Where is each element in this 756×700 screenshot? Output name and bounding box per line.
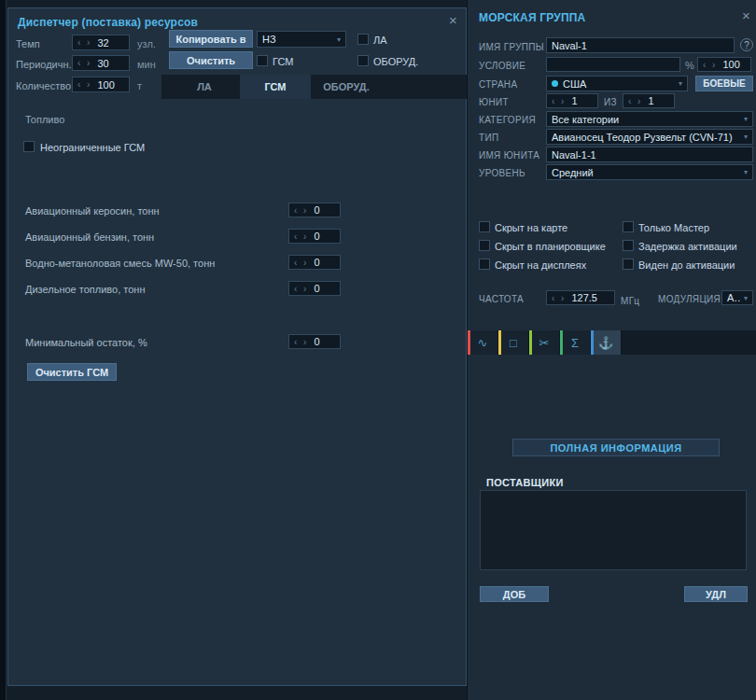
stepper-arrows-icon[interactable]: ‹ › <box>628 96 642 106</box>
min-remainder-label: Минимальный остаток, % <box>25 337 147 348</box>
copy-flag-la-checkbox[interactable] <box>357 34 369 45</box>
stepper-arrows-icon[interactable]: ‹ › <box>294 258 308 268</box>
dispatcher-tabstrip: ЛА ГСМ ОБОРУД. <box>161 75 467 99</box>
chevron-down-icon[interactable]: ▾ <box>744 168 748 176</box>
level-dropdown[interactable]: Средний ▾ <box>546 164 753 180</box>
clear-button[interactable]: Очистить <box>169 51 253 69</box>
country-color-dot <box>552 80 558 87</box>
chevron-down-icon[interactable]: ▾ <box>744 133 748 141</box>
route-tab-color-bar <box>468 330 470 355</box>
period-label: Периодичн. <box>16 59 72 70</box>
amount-label: Количество <box>16 80 71 91</box>
frame-icon: □ <box>510 336 517 350</box>
condition-amount: 100 <box>722 59 739 70</box>
unit-total-stepper[interactable]: ‹ › 1 <box>623 93 675 108</box>
tempo-value: 32 <box>97 37 108 49</box>
map-edge <box>0 0 7 700</box>
country-label: СТРАНА <box>479 79 517 90</box>
unlimited-fuel-checkbox[interactable] <box>23 141 35 152</box>
type-label: ТИП <box>479 133 498 143</box>
type-dropdown[interactable]: Авианосец Теодор Рузвельт (CVN-71) ▾ <box>546 129 753 145</box>
category-dropdown[interactable]: Все категории ▾ <box>546 111 753 127</box>
copy-flag-gsm-checkbox[interactable] <box>257 55 268 66</box>
stepper-arrows-icon[interactable]: ‹ › <box>552 293 566 303</box>
level-value: Средний <box>552 167 740 178</box>
flag-hidden-on-displays-checkbox[interactable] <box>479 259 490 270</box>
stepper-arrows-icon[interactable]: ‹ › <box>294 205 308 216</box>
chevron-down-icon[interactable]: ▾ <box>744 115 748 123</box>
frequency-value: 127.5 <box>571 292 597 303</box>
copy-to-button[interactable]: Копировать в <box>169 30 253 48</box>
tab-la[interactable]: ЛА <box>169 75 240 99</box>
stepper-arrows-icon[interactable]: ‹ › <box>77 79 91 90</box>
icon-tab-ship[interactable]: ⚓ <box>591 330 622 355</box>
flag-hidden-on-displays-label: Скрыт на дисплеях <box>495 259 586 271</box>
country-value: США <box>563 78 675 90</box>
stepper-arrows-icon[interactable]: ‹ › <box>294 337 308 347</box>
fuel-row-label: Дизельное топливо, тонн <box>25 284 145 295</box>
unlimited-fuel-label: Неограниченные ГСМ <box>40 142 145 153</box>
period-stepper[interactable]: ‹ › 30 <box>72 55 130 71</box>
tab-oborud[interactable]: ОБОРУД. <box>311 75 382 99</box>
tab-gsm[interactable]: ГСМ <box>240 75 311 99</box>
group-name-input[interactable] <box>546 37 735 53</box>
fuel-row-stepper[interactable]: ‹ › 0 <box>288 255 341 270</box>
fuel-row-stepper[interactable]: ‹ › 0 <box>288 203 341 217</box>
stepper-arrows-icon[interactable]: ‹ › <box>77 37 91 48</box>
flag-master-only-checkbox[interactable] <box>623 221 634 232</box>
fuel-row-stepper[interactable]: ‹ › 0 <box>288 281 341 296</box>
close-icon[interactable]: × <box>742 9 750 22</box>
ship-icon: ⚓ <box>598 336 613 350</box>
unit-index-stepper[interactable]: ‹ › 1 <box>546 93 598 108</box>
flag-hidden-in-planner-checkbox[interactable] <box>479 240 490 251</box>
fuel-row-value: 0 <box>314 283 319 294</box>
dispatcher-window-title: Диспетчер (поставка) ресурсов <box>18 16 198 29</box>
chevron-down-icon[interactable]: ▾ <box>679 79 682 88</box>
icon-tab-route[interactable]: ∿ <box>468 330 498 355</box>
type-value: Авианосец Теодор Рузвельт (CVN-71) <box>552 132 740 143</box>
flag-hidden-on-map-checkbox[interactable] <box>479 221 490 232</box>
frequency-stepper[interactable]: ‹ › 127.5 <box>546 290 615 305</box>
stepper-arrows-icon[interactable]: ‹ › <box>294 231 308 242</box>
icon-tab-cut[interactable]: ✂ <box>529 330 560 355</box>
chevron-down-icon[interactable]: ▾ <box>337 35 341 44</box>
flag-visible-before-activation-checkbox[interactable] <box>623 259 634 270</box>
add-supplier-button[interactable]: ДОБ <box>480 586 549 602</box>
min-remainder-stepper[interactable]: ‹ › 0 <box>288 334 341 349</box>
suppliers-listbox[interactable] <box>480 490 747 570</box>
modulation-dropdown[interactable]: AM ▾ <box>721 290 753 305</box>
icon-tab-frame[interactable]: □ <box>498 330 529 355</box>
period-unit-label: мин <box>137 59 156 70</box>
fuel-row-label: Авиационный бензин, тонн <box>25 231 154 243</box>
unit-name-input[interactable] <box>546 147 753 162</box>
condition-input[interactable] <box>546 57 680 72</box>
combat-button[interactable]: БОЕВЫЕ <box>695 76 753 91</box>
fuel-row-stepper[interactable]: ‹ › 0 <box>288 229 341 244</box>
condition-stepper[interactable]: ‹ › 100 <box>697 57 751 72</box>
chevron-down-icon[interactable]: ▾ <box>744 294 748 302</box>
copy-flag-gsm-label: ГСМ <box>273 56 293 67</box>
flag-activation-delay-checkbox[interactable] <box>623 240 634 251</box>
condition-label: УСЛОВИЕ <box>479 61 525 71</box>
stepper-arrows-icon[interactable]: ‹ › <box>552 96 566 106</box>
icon-tab-sum[interactable]: Σ <box>560 330 591 355</box>
help-icon[interactable]: ? <box>740 38 753 51</box>
fuel-row-label: Водно-метаноловая смесь MW-50, тонн <box>25 258 215 269</box>
close-icon[interactable]: × <box>449 14 457 27</box>
suppliers-label: ПОСТАВЩИКИ <box>486 477 564 488</box>
copy-target-dropdown[interactable]: НЗ ▾ <box>257 31 346 48</box>
delete-supplier-button[interactable]: УДЛ <box>684 586 748 602</box>
frame-tab-color-bar <box>498 330 501 355</box>
clear-fuel-button[interactable]: Очистить ГСМ <box>27 363 117 381</box>
full-info-button[interactable]: ПОЛНАЯ ИНФОРМАЦИЯ <box>512 439 720 456</box>
country-dropdown[interactable]: США ▾ <box>546 76 688 91</box>
amount-stepper[interactable]: ‹ › 100 <box>72 77 130 92</box>
scissors-icon: ✂ <box>539 336 550 350</box>
stepper-arrows-icon[interactable]: ‹ › <box>77 58 91 68</box>
copy-flag-oborud-checkbox[interactable] <box>357 55 369 66</box>
flag-visible-before-activation-label: Виден до активации <box>638 259 735 271</box>
tempo-stepper[interactable]: ‹ › 32 <box>72 35 130 50</box>
min-remainder-value: 0 <box>314 336 319 347</box>
stepper-arrows-icon[interactable]: ‹ › <box>294 284 308 294</box>
stepper-arrows-icon[interactable]: ‹ › <box>703 60 717 70</box>
